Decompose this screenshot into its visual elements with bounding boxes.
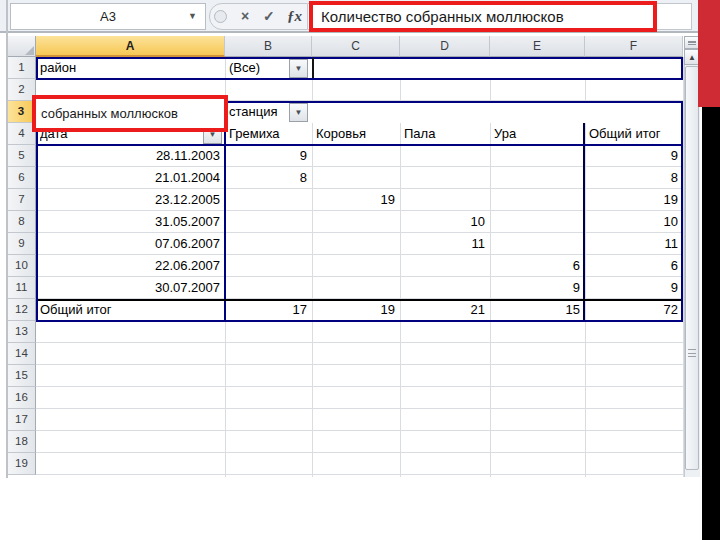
cell-E4[interactable]: Ура — [494, 123, 580, 144]
insert-function-icon[interactable]: ƒx — [287, 6, 302, 26]
cancel-icon[interactable]: × — [241, 6, 249, 26]
cell-A12[interactable]: Общий итог — [40, 299, 220, 320]
column-header-A[interactable]: A — [36, 36, 225, 57]
row-header-14[interactable]: 14 — [8, 343, 36, 365]
cell-E11[interactable]: 9 — [494, 277, 580, 298]
pivot-vline-before-total — [583, 123, 585, 320]
row-header-6[interactable]: 6 — [8, 167, 36, 189]
cell-D12[interactable]: 21 — [404, 299, 485, 320]
name-box-dropdown-icon[interactable]: ▼ — [188, 11, 197, 21]
name-box[interactable]: A3 — [10, 3, 206, 30]
row-header-10[interactable]: 10 — [8, 255, 36, 277]
column-header-F[interactable]: F — [585, 36, 683, 57]
cell-C7[interactable]: 19 — [316, 189, 395, 210]
cell-E12[interactable]: 15 — [494, 299, 580, 320]
cell-A8[interactable]: 31.05.2007 — [40, 211, 220, 232]
cell-A11[interactable]: 30.07.2007 — [40, 277, 220, 298]
pivot-vline-after-dates — [224, 123, 226, 320]
cell-A1[interactable]: район — [40, 57, 220, 78]
name-box-split-handle[interactable] — [214, 10, 227, 23]
cell-F5[interactable]: 9 — [589, 145, 678, 166]
excel-window: A3 ▼ × ✓ ƒx Количество собранных моллюск… — [0, 0, 720, 540]
row-header-8[interactable]: 8 — [8, 211, 36, 233]
row-header-11[interactable]: 11 — [8, 277, 36, 299]
slide-black-strip — [702, 107, 720, 540]
cell-B5[interactable]: 9 — [229, 145, 307, 166]
row-header-15[interactable]: 15 — [8, 365, 36, 387]
window-left-border — [6, 0, 8, 478]
cell-F7[interactable]: 19 — [589, 189, 678, 210]
formula-annotation-red-box: Количество собранных моллюсков — [309, 1, 657, 32]
cell-B6[interactable]: 8 — [229, 167, 307, 188]
cell-C4[interactable]: Коровья — [316, 123, 395, 144]
row-header-12[interactable]: 12 — [8, 299, 36, 321]
row-header-9[interactable]: 9 — [8, 233, 36, 255]
cell-C12[interactable]: 19 — [316, 299, 395, 320]
column-header-E[interactable]: E — [490, 36, 585, 57]
cell-D4[interactable]: Пала — [404, 123, 485, 144]
cell-D9[interactable]: 11 — [404, 233, 485, 254]
column-header-B[interactable]: B — [225, 36, 312, 57]
cell-F11[interactable]: 9 — [589, 277, 678, 298]
row-header-17[interactable]: 17 — [8, 409, 36, 431]
cell-F4[interactable]: Общий итог — [589, 123, 678, 144]
row-header-5[interactable]: 5 — [8, 145, 36, 167]
cell-A10[interactable]: 22.06.2007 — [40, 255, 220, 276]
cell-F8[interactable]: 10 — [589, 211, 678, 232]
station-field-dropdown-button[interactable]: ▼ — [289, 103, 308, 122]
row-header-18[interactable]: 18 — [8, 431, 36, 453]
row-header-16[interactable]: 16 — [8, 387, 36, 409]
scrollbar-grip-icon — [688, 349, 696, 357]
select-all-corner[interactable] — [8, 36, 36, 57]
cell-F9[interactable]: 11 — [589, 233, 678, 254]
select-all-triangle-icon — [25, 46, 34, 55]
filter-vse-dropdown-button[interactable]: ▼ — [289, 59, 308, 78]
cell-F12[interactable]: 72 — [589, 299, 678, 320]
cell-F10[interactable]: 6 — [589, 255, 678, 276]
slide-red-strip — [698, 0, 720, 107]
column-header-D[interactable]: D — [400, 36, 490, 57]
column-header-C[interactable]: C — [312, 36, 400, 57]
filter-cell-divider — [312, 58, 314, 78]
cell-D8[interactable]: 10 — [404, 211, 485, 232]
row-header-19[interactable]: 19 — [8, 453, 36, 475]
cell-F6[interactable]: 8 — [589, 167, 678, 188]
cell-A5[interactable]: 28.11.2003 — [40, 145, 220, 166]
split-handle-icon — [688, 41, 696, 45]
row-header-1[interactable]: 1 — [8, 57, 36, 79]
cell-B12[interactable]: 17 — [229, 299, 307, 320]
row-header-7[interactable]: 7 — [8, 189, 36, 211]
cell-A6[interactable]: 21.01.2004 — [40, 167, 220, 188]
cell-B4[interactable]: Гремиха — [229, 123, 307, 144]
cell-A9[interactable]: 07.06.2007 — [40, 233, 220, 254]
row-header-13[interactable]: 13 — [8, 321, 36, 343]
cell-A7[interactable]: 23.12.2005 — [40, 189, 220, 210]
a3-annotation-red-box: собранных моллюсков — [32, 95, 228, 132]
enter-icon[interactable]: ✓ — [263, 6, 275, 26]
vertical-scrollbar-thumb[interactable] — [685, 66, 699, 470]
cell-E10[interactable]: 6 — [494, 255, 580, 276]
